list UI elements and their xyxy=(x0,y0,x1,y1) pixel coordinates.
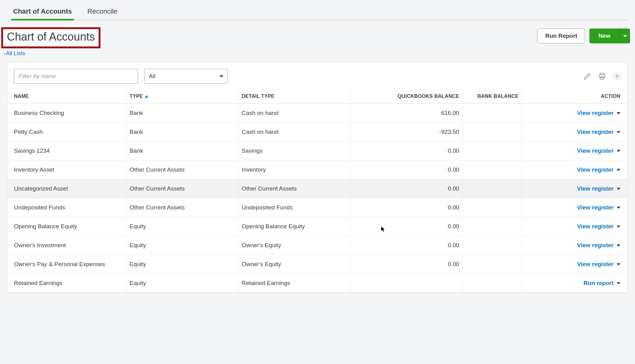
row-action-link[interactable]: View register xyxy=(577,261,620,268)
all-lists-label: All Lists xyxy=(6,50,25,57)
column-type-header[interactable]: TYPE▲ xyxy=(127,89,238,104)
new-button[interactable]: New xyxy=(589,29,619,43)
row-action-link[interactable]: View register xyxy=(577,166,620,173)
cell-quickbooks-balance: -923.50 xyxy=(350,123,462,142)
cell-type: Other Current Assets xyxy=(127,198,238,217)
cell-action: View register xyxy=(522,255,627,274)
chevron-down-icon xyxy=(617,150,620,152)
cell-action: View register xyxy=(522,217,627,236)
gear-icon[interactable] xyxy=(613,72,621,80)
column-bank-balance-header[interactable]: BANK BALANCE xyxy=(463,89,522,104)
svg-rect-2 xyxy=(601,77,604,79)
run-report-button[interactable]: Run Report xyxy=(537,29,585,43)
cell-quickbooks-balance: 0.00 xyxy=(350,217,462,236)
row-action-link[interactable]: Run report xyxy=(584,280,620,287)
table-row[interactable]: Opening Balance EquityEquityOpening Bala… xyxy=(8,217,627,236)
cell-bank-balance xyxy=(463,179,522,198)
filter-by-name-input[interactable] xyxy=(14,69,138,84)
cell-action: View register xyxy=(522,198,627,217)
cell-action: View register xyxy=(522,160,627,179)
cell-detail-type: Other Current Assets xyxy=(238,179,350,198)
table-row[interactable]: Retained EarningsEquityRetained Earnings… xyxy=(8,274,627,293)
cell-type: Equity xyxy=(127,274,238,293)
cell-detail-type: Cash on hand xyxy=(238,123,350,142)
all-lists-link[interactable]: ‹ All Lists xyxy=(4,50,25,57)
chevron-down-icon xyxy=(617,263,620,265)
table-row[interactable]: Owner's Pay & Personal ExpensesEquityOwn… xyxy=(8,255,627,274)
cell-name: Undeposited Funds xyxy=(8,198,127,217)
accounts-card: All NAME TYPE▲ xyxy=(7,62,628,293)
cell-name: Business Checking xyxy=(8,104,127,123)
cell-detail-type: Opening Balance Equity xyxy=(238,217,350,236)
new-button-dropdown[interactable] xyxy=(619,29,630,43)
cell-type: Other Current Assets xyxy=(127,179,238,198)
column-action-header: ACTION xyxy=(522,89,627,104)
table-row[interactable]: Uncategorized AssetOther Current AssetsO… xyxy=(8,179,627,198)
cell-name: Inventory Asset xyxy=(8,160,127,179)
cell-detail-type: Cash on hand xyxy=(238,104,350,123)
cell-quickbooks-balance: 0.00 xyxy=(350,198,462,217)
cell-name: Opening Balance Equity xyxy=(8,217,127,236)
row-action-link[interactable]: View register xyxy=(577,223,620,230)
cell-detail-type: Inventory xyxy=(238,160,350,179)
row-action-link[interactable]: View register xyxy=(577,185,620,192)
cell-detail-type: Savings xyxy=(238,142,350,160)
row-action-link[interactable]: View register xyxy=(577,129,620,135)
tabs: Chart of Accounts Reconcile xyxy=(7,0,628,20)
table-row[interactable]: Inventory AssetOther Current AssetsInven… xyxy=(8,160,627,179)
cell-type: Bank xyxy=(127,142,238,160)
cell-type: Equity xyxy=(127,217,238,236)
type-filter-value: All xyxy=(149,73,155,80)
column-name-header[interactable]: NAME xyxy=(8,89,127,104)
cell-quickbooks-balance: 0.00 xyxy=(350,142,462,160)
cell-name: Owner's Pay & Personal Expenses xyxy=(8,255,127,274)
chevron-down-icon xyxy=(617,226,620,228)
cell-detail-type: Retained Earnings xyxy=(238,274,350,293)
cell-bank-balance xyxy=(463,104,522,123)
accounts-table: NAME TYPE▲ DETAIL TYPE QUICKBOOKS BALANC… xyxy=(8,89,627,293)
cell-quickbooks-balance: 0.00 xyxy=(350,179,462,198)
cell-quickbooks-balance: 0.00 xyxy=(350,255,462,274)
table-row[interactable]: Undeposited FundsOther Current AssetsUnd… xyxy=(8,198,627,217)
cell-detail-type: Undeposited Funds xyxy=(238,198,350,217)
table-row[interactable]: Owner's InvestmentEquityOwner's Equity0.… xyxy=(8,236,627,255)
tab-chart-of-accounts[interactable]: Chart of Accounts xyxy=(13,7,72,20)
row-action-link[interactable]: View register xyxy=(577,110,620,116)
cell-bank-balance xyxy=(463,236,522,255)
chevron-down-icon xyxy=(617,112,620,114)
cell-bank-balance xyxy=(463,217,522,236)
row-action-link[interactable]: View register xyxy=(577,147,620,154)
table-row[interactable]: Petty CashBankCash on hand-923.50View re… xyxy=(8,123,627,142)
chevron-down-icon xyxy=(617,244,620,247)
cell-quickbooks-balance: 0.00 xyxy=(350,160,462,179)
page-title: Chart of Accounts xyxy=(1,27,100,48)
edit-icon[interactable] xyxy=(583,72,591,80)
chevron-down-icon xyxy=(617,131,620,133)
chevron-down-icon xyxy=(617,169,620,171)
cell-type: Bank xyxy=(127,123,238,142)
tab-reconcile[interactable]: Reconcile xyxy=(87,7,118,20)
cell-name: Uncategorized Asset xyxy=(8,179,127,198)
cell-action: View register xyxy=(522,236,627,255)
column-detail-type-header[interactable]: DETAIL TYPE xyxy=(238,89,350,104)
cell-detail-type: Owner's Equity xyxy=(238,236,350,255)
column-quickbooks-balance-header[interactable]: QUICKBOOKS BALANCE xyxy=(350,89,462,104)
cell-bank-balance xyxy=(463,198,522,217)
cell-bank-balance xyxy=(463,142,522,160)
row-action-link[interactable]: View register xyxy=(577,204,620,211)
cell-quickbooks-balance: 0.00 xyxy=(350,236,462,255)
cell-name: Retained Earnings xyxy=(8,274,127,293)
sort-asc-icon: ▲ xyxy=(144,94,149,99)
row-action-link[interactable]: View register xyxy=(577,242,620,249)
cell-detail-type: Owner's Equity xyxy=(238,255,350,274)
cell-action: View register xyxy=(522,104,627,123)
cell-bank-balance xyxy=(463,255,522,274)
print-icon[interactable] xyxy=(598,72,606,80)
chevron-down-icon xyxy=(617,188,620,190)
table-row[interactable]: Savings 1234BankSavings0.00View register xyxy=(8,142,627,160)
chevron-down-icon xyxy=(617,207,620,209)
type-filter-select[interactable]: All xyxy=(144,69,228,84)
chevron-down-icon xyxy=(220,75,223,77)
table-row[interactable]: Business CheckingBankCash on hand616.00V… xyxy=(8,104,627,123)
cell-type: Other Current Assets xyxy=(127,160,238,179)
